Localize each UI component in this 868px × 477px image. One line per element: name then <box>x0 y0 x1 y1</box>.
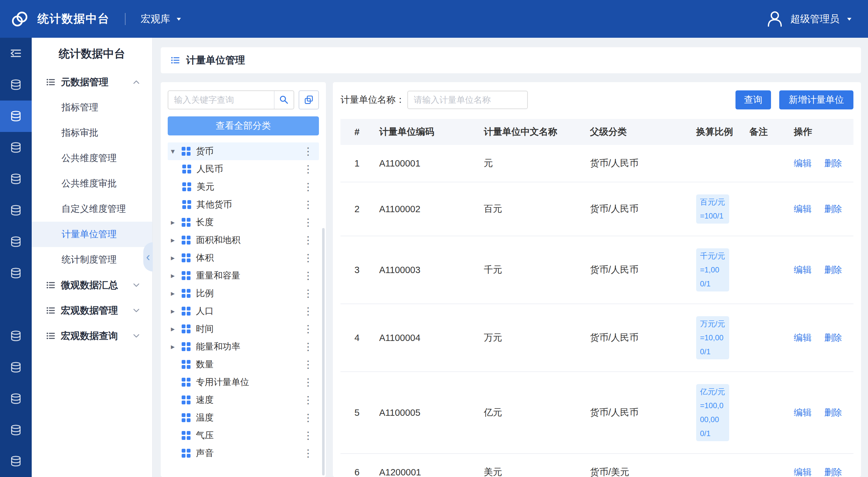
rail-database-icon[interactable] <box>0 132 32 163</box>
caret-right-icon[interactable]: ▸ <box>171 236 182 244</box>
duplicate-category-button[interactable] <box>299 90 319 110</box>
more-actions-icon[interactable]: ⋮ <box>301 288 315 298</box>
edit-link[interactable]: 编辑 <box>794 265 812 275</box>
page-title-icon <box>170 55 180 65</box>
rail-database-icon[interactable] <box>0 195 32 226</box>
sidebar-item-statistical-system-mgmt[interactable]: 统计制度管理 <box>32 247 152 272</box>
rail-database-icon[interactable] <box>0 383 32 414</box>
rail-database-icon[interactable] <box>0 226 32 258</box>
more-actions-icon[interactable]: ⋮ <box>301 164 315 174</box>
tree-item-time[interactable]: ▸ 时间 ⋮ <box>168 320 319 338</box>
more-actions-icon[interactable]: ⋮ <box>301 359 315 369</box>
caret-right-icon[interactable]: ▸ <box>171 254 182 262</box>
sidebar-group-macro-data-mgmt[interactable]: 宏观数据管理 <box>32 298 152 323</box>
more-actions-icon[interactable]: ⋮ <box>301 324 315 334</box>
more-actions-icon[interactable]: ⋮ <box>301 448 315 458</box>
more-actions-icon[interactable]: ⋮ <box>301 395 315 405</box>
more-actions-icon[interactable]: ⋮ <box>301 377 315 387</box>
tree-item-label: 其他货币 <box>196 199 232 211</box>
query-button[interactable]: 查询 <box>736 90 771 110</box>
category-tree-panel: 查看全部分类 ▾ 货币 ⋮ 人民币 ⋮ 美元 <box>161 82 326 477</box>
tree-item-currency[interactable]: ▾ 货币 ⋮ <box>168 142 319 160</box>
add-unit-button[interactable]: 新增计量单位 <box>779 90 854 110</box>
rail-database-icon[interactable] <box>0 257 32 289</box>
tree-item-temperature[interactable]: 温度 ⋮ <box>168 409 319 426</box>
more-actions-icon[interactable]: ⋮ <box>301 200 315 210</box>
edit-link[interactable]: 编辑 <box>794 408 812 417</box>
more-actions-icon[interactable]: ⋮ <box>301 341 315 352</box>
more-actions-icon[interactable]: ⋮ <box>301 430 315 441</box>
edit-link[interactable]: 编辑 <box>794 333 812 342</box>
more-actions-icon[interactable]: ⋮ <box>301 271 315 281</box>
more-actions-icon[interactable]: ⋮ <box>301 235 315 245</box>
caret-right-icon[interactable]: ▸ <box>171 324 182 333</box>
edit-link[interactable]: 编辑 <box>794 467 812 477</box>
menu-fold-icon[interactable] <box>0 38 32 69</box>
tree-item-pressure[interactable]: 气压 ⋮ <box>168 426 319 444</box>
rail-database-icon[interactable] <box>0 446 32 477</box>
rail-database-icon[interactable] <box>0 351 32 383</box>
caret-right-icon[interactable]: ▸ <box>171 271 182 280</box>
tree-item-usd[interactable]: 美元 ⋮ <box>168 178 319 196</box>
tree-item-other-currency[interactable]: 其他货币 ⋮ <box>168 196 319 213</box>
library-selector[interactable]: 宏观库 <box>141 12 182 26</box>
nav-sidebar: 统计数据中台 元数据管理 指标管理 指标审批 公共维度管理 公共维度审批 自定义… <box>32 38 153 477</box>
rail-database-icon[interactable] <box>0 414 32 446</box>
list-icon <box>45 280 56 290</box>
sidebar-item-unit-mgmt[interactable]: 计量单位管理 <box>32 222 152 247</box>
delete-link[interactable]: 删除 <box>824 467 842 477</box>
caret-right-icon[interactable]: ▸ <box>171 307 182 316</box>
sidebar-item-public-dimension-mgmt[interactable]: 公共维度管理 <box>32 146 152 171</box>
rail-database-icon-active[interactable] <box>0 100 32 132</box>
delete-link[interactable]: 删除 <box>824 265 842 275</box>
tree-item-energy-power[interactable]: ▸ 能量和功率 ⋮ <box>168 338 319 356</box>
tree-item-length[interactable]: ▸ 长度 ⋮ <box>168 213 319 231</box>
tree-item-population[interactable]: ▸ 人口 ⋮ <box>168 302 319 320</box>
edit-link[interactable]: 编辑 <box>794 158 812 168</box>
sidebar-collapse-handle[interactable]: ‹ <box>143 242 153 271</box>
sidebar-group-micro-data[interactable]: 微观数据汇总 <box>32 272 152 298</box>
sidebar-group-macro-data-query[interactable]: 宏观数据查询 <box>32 323 152 349</box>
view-all-categories-button[interactable]: 查看全部分类 <box>168 116 319 136</box>
table-row: 5 A1100005 亿元 货币/人民币 亿元/元=100,000,000/1 … <box>340 372 854 453</box>
more-actions-icon[interactable]: ⋮ <box>301 413 315 423</box>
more-actions-icon[interactable]: ⋮ <box>301 217 315 228</box>
more-actions-icon[interactable]: ⋮ <box>301 253 315 263</box>
unit-name-filter-input[interactable] <box>407 91 528 109</box>
caret-down-icon[interactable]: ▾ <box>171 147 182 156</box>
overlapping-squares-icon <box>303 94 314 105</box>
tree-item-special-units[interactable]: 专用计量单位 ⋮ <box>168 373 319 391</box>
tree-scrollbar[interactable] <box>322 228 324 475</box>
tree-item-rmb[interactable]: 人民币 ⋮ <box>168 160 319 178</box>
sidebar-item-indicator-approval[interactable]: 指标审批 <box>32 120 152 146</box>
tree-item-area[interactable]: ▸ 面积和地积 ⋮ <box>168 231 319 249</box>
delete-link[interactable]: 删除 <box>824 204 842 214</box>
delete-link[interactable]: 删除 <box>824 333 842 342</box>
category-grid-icon <box>182 342 191 351</box>
tree-item-volume[interactable]: ▸ 体积 ⋮ <box>168 249 319 267</box>
caret-right-icon[interactable]: ▸ <box>171 218 182 227</box>
tree-item-weight[interactable]: ▸ 重量和容量 ⋮ <box>168 267 319 285</box>
search-icon[interactable] <box>274 91 293 109</box>
sidebar-group-metadata[interactable]: 元数据管理 <box>32 69 152 95</box>
tree-item-sound[interactable]: 声音 ⋮ <box>168 444 319 462</box>
rail-database-icon[interactable] <box>0 320 32 351</box>
user-menu[interactable]: 超级管理员 <box>766 10 853 28</box>
more-actions-icon[interactable]: ⋮ <box>301 306 315 316</box>
sidebar-item-public-dimension-approval[interactable]: 公共维度审批 <box>32 171 152 196</box>
edit-link[interactable]: 编辑 <box>794 204 812 214</box>
delete-link[interactable]: 删除 <box>824 158 842 168</box>
caret-right-icon[interactable]: ▸ <box>171 342 182 351</box>
more-actions-icon[interactable]: ⋮ <box>301 182 315 192</box>
more-actions-icon[interactable]: ⋮ <box>301 146 315 156</box>
rail-database-icon[interactable] <box>0 163 32 195</box>
delete-link[interactable]: 删除 <box>824 408 842 417</box>
sidebar-item-indicator-mgmt[interactable]: 指标管理 <box>32 95 152 120</box>
rail-database-icon[interactable] <box>0 69 32 100</box>
keyword-search-input[interactable] <box>168 91 274 109</box>
caret-right-icon[interactable]: ▸ <box>171 289 182 298</box>
tree-item-ratio[interactable]: ▸ 比例 ⋮ <box>168 285 319 302</box>
tree-item-quantity[interactable]: 数量 ⋮ <box>168 356 319 373</box>
tree-item-speed[interactable]: 速度 ⋮ <box>168 391 319 409</box>
sidebar-item-custom-dimension-mgmt[interactable]: 自定义维度管理 <box>32 196 152 222</box>
